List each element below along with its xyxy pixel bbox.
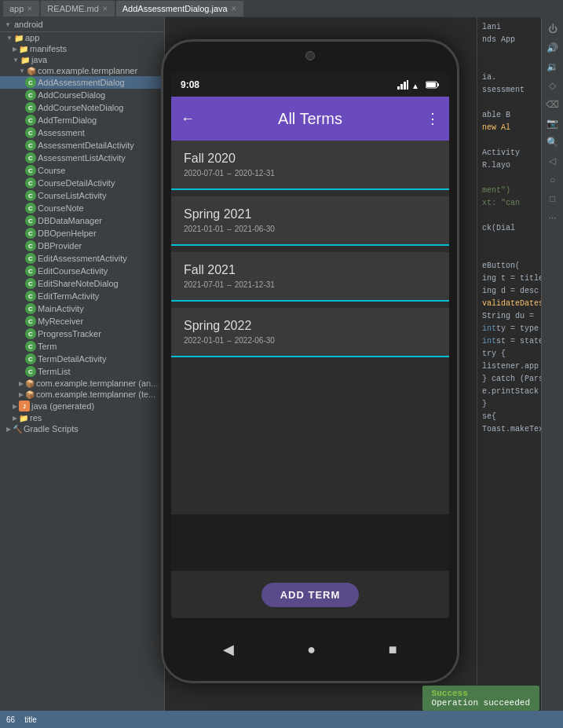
tree-item-course-detail[interactable]: C CourseDetailActivity [0,177,164,189]
tree-item-add-course[interactable]: C AddCourseDialog [0,89,164,101]
speaker-button[interactable]: 🔊 [544,39,561,57]
code-text-33: Toast.makeText [482,425,541,434]
code-text-24: String du = [482,312,534,320]
nav-recent-button[interactable]: ■ [389,642,397,658]
tree-item-db-open-helper[interactable]: C DBOpenHelper [0,227,164,240]
nav-back-button[interactable]: ◀ [223,641,234,658]
tab-app-close[interactable]: ✕ [27,5,33,13]
eraser-button[interactable]: ⌫ [544,96,561,113]
tree-item-edit-share-note[interactable]: C EditShareNoteDialog [0,277,164,290]
code-line-21: ing t = title [477,272,541,284]
progress-tracker-icon: C [25,328,36,339]
power-button[interactable]: ⏻ [544,20,561,38]
success-toast: Success Operation succeeded [422,686,539,711]
tree-manifests-label: manifests [30,44,67,53]
tab-dialog-close[interactable]: ✕ [231,5,237,13]
term-item-0[interactable]: Fall 2020 2020-07-01 – 2020-12-31 [171,141,449,190]
file-tree: ▼ android ▼ 📁 app ▶ 📁 manifests ▼ 📁 java… [0,17,165,728]
term-item-3[interactable]: Spring 2022 2022-01-01 – 2022-06-30 [171,308,449,357]
term-gap-0 [171,190,449,196]
diamond-button[interactable]: ◇ [544,77,561,94]
tree-header-label: android [14,20,43,29]
app-bar-title: All Terms [204,110,416,128]
java-gen-icon: J [19,401,30,412]
tree-item-course-list[interactable]: C CourseListActivity [0,189,164,202]
tree-item-package-te[interactable]: ▶ 📦 com.example.termplanner (te... [0,389,164,400]
tree-item-java[interactable]: ▼ 📁 java [0,54,164,65]
tree-item-res[interactable]: ▶ 📁 res [0,412,164,423]
tree-item-package-an[interactable]: ▶ 📦 com.example.termplanner (an... [0,378,164,389]
tab-bar: app ✕ README.md ✕ AddAssessmentDialog.ja… [0,0,563,17]
svg-rect-0 [397,86,400,90]
tree-item-main-activity[interactable]: C MainActivity [0,302,164,315]
tree-item-edit-term[interactable]: C EditTermActivity [0,290,164,302]
tree-my-receiver-label: MyReceiver [38,316,83,326]
add-term-icon: C [25,115,36,126]
tab-app[interactable]: app ✕ [3,1,39,16]
back-button[interactable]: ← [181,111,195,127]
volume-button[interactable]: 🔉 [544,58,561,75]
term-start-0: 2020-07-01 [184,169,224,177]
tree-item-term-detail[interactable]: C TermDetailActivity [0,353,164,365]
tree-item-edit-assessment[interactable]: C EditAssessmentActivity [0,252,164,265]
tree-item-app[interactable]: ▼ 📁 app [0,32,164,43]
search-zoom-button[interactable]: 🔍 [544,134,561,151]
tree-item-progress-tracker[interactable]: C ProgressTracker [0,327,164,340]
tree-item-db-data-manager[interactable]: C DBDataManager [0,214,164,227]
tree-item-course[interactable]: C Course [0,164,164,177]
term-list-icon: C [25,366,36,377]
tree-item-course-note[interactable]: C CourseNote [0,202,164,214]
tree-course-list-label: CourseListActivity [38,191,106,200]
circle-button[interactable]: ○ [544,171,561,188]
tree-item-gradle[interactable]: ▶ 🔨 Gradle Scripts [0,423,164,434]
term-start-2: 2021-07-01 [184,280,224,289]
code-line-5: iа. [477,71,541,83]
tree-item-java-generated[interactable]: ▶ J java (generated) [0,400,164,412]
code-text-12: R.layo [482,161,510,170]
camera-button[interactable]: 📷 [544,115,561,132]
tree-item-assessment-detail[interactable]: C AssessmentDetailActivity [0,139,164,152]
code-line-17: ck(Dial [477,221,541,234]
term-dash-2: – [227,280,232,289]
term-item-1[interactable]: Spring 2021 2021-01-01 – 2021-06-30 [171,196,449,246]
tree-item-manifests[interactable]: ▶ 📁 manifests [0,43,164,54]
term-item-2[interactable]: Fall 2021 2021-07-01 – 2021-12-31 [171,252,449,302]
back-arrow-button[interactable]: ◁ [544,152,561,170]
file-tree-header: ▼ android [0,17,164,32]
java-expand: ▼ [13,57,19,64]
code-line-3 [477,46,541,58]
db-data-manager-icon: C [25,215,36,226]
code-text-5: iа. [482,73,496,82]
code-line-19 [477,247,541,259]
tree-course-label: Course [38,166,65,175]
code-line-26: int st = state [477,335,541,347]
nav-home-button[interactable]: ● [307,642,316,658]
tree-item-term-list[interactable]: C TermList [0,365,164,378]
tree-item-add-term[interactable]: C AddTermDialog [0,114,164,126]
tree-item-db-provider[interactable]: C DBProvider [0,240,164,252]
tab-readme[interactable]: README.md ✕ [41,1,114,16]
code-text-21: ing t = title [482,274,541,283]
tree-item-package[interactable]: ▼ 📦 com.example.termplanner [0,65,164,76]
tree-item-add-course-note[interactable]: C AddCourseNoteDialog [0,101,164,114]
tree-item-edit-course[interactable]: C EditCourseActivity [0,265,164,277]
tree-item-my-receiver[interactable]: C MyReceiver [0,315,164,327]
tab-readme-close[interactable]: ✕ [102,5,108,13]
right-toolbar: ⏻ 🔊 🔉 ◇ ⌫ 📷 🔍 ◁ ○ □ ··· [541,17,563,728]
ide-line-number: 66 [6,715,15,724]
tree-item-term[interactable]: C Term [0,340,164,353]
tree-item-assessment[interactable]: C Assessment [0,126,164,139]
tree-item-add-assessment[interactable]: C AddAssessmentDialog [0,76,164,89]
res-icon: 📁 [19,414,28,423]
add-term-button[interactable]: ADD TERM [261,583,360,607]
tab-dialog[interactable]: AddAssessmentDialog.java ✕ [116,1,243,16]
menu-button[interactable]: ⋮ [426,110,440,127]
more-options-button[interactable]: ··· [544,209,561,226]
tree-add-assessment-label: AddAssessmentDialog [38,78,125,87]
tree-term-list-label: TermList [38,367,71,376]
tree-item-assessment-list[interactable]: C AssessmentListActivity [0,152,164,164]
tree-course-note-label: CourseNote [38,203,84,213]
square-button[interactable]: □ [544,190,561,207]
phone-screen: 9:08 ▲ [171,73,449,618]
gradle-icon: 🔨 [13,425,22,434]
